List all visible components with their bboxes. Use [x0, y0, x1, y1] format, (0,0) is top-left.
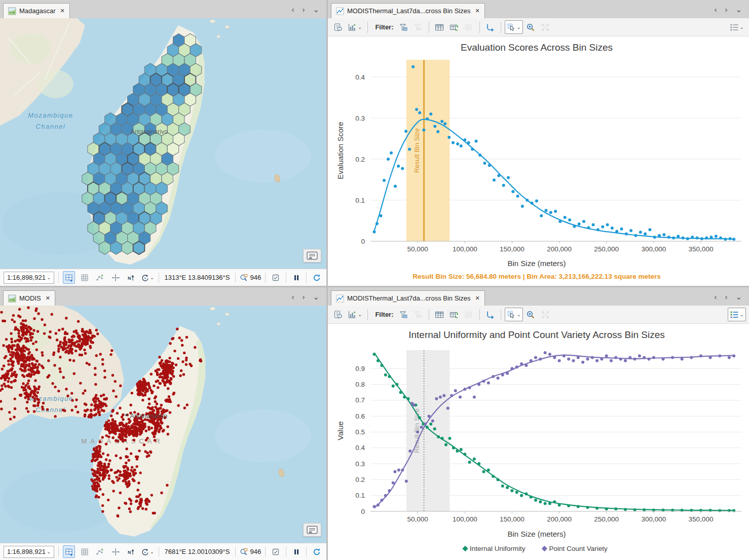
graticule-button[interactable]: [79, 545, 91, 558]
chart-uniformity-variety[interactable]: Internal Uniformity and Point Count Vari…: [328, 324, 749, 560]
svg-text:250,000: 250,000: [594, 515, 619, 523]
tab-scroll-right-icon[interactable]: ›: [302, 293, 305, 301]
overview-button[interactable]: [303, 249, 321, 263]
rotate-view-button[interactable]: ⌄: [141, 271, 155, 284]
edit-vertices-button[interactable]: [94, 271, 106, 284]
filter-by-extent-button[interactable]: [397, 308, 410, 321]
edit-vertices-button[interactable]: [94, 545, 106, 558]
close-icon[interactable]: ✕: [475, 295, 479, 302]
north-arrow-icon: N: [127, 274, 135, 282]
full-extent-button[interactable]: [539, 20, 552, 34]
chart-properties-button[interactable]: [331, 20, 345, 34]
map-view-madagascar[interactable]: MozambiqueChannelAntananarivo: [0, 18, 326, 269]
chart-title: Evaluation Scores Across Bin Sizes: [461, 42, 613, 53]
swap-axes-button[interactable]: [483, 308, 497, 321]
tab-scroll-right-icon[interactable]: ›: [725, 293, 727, 301]
panel-chart-uniformity: MODISThermal_Last7da...cross Bin Sizes ✕…: [328, 287, 749, 560]
basemap-madagascar-points[interactable]: MozambiqueChannelMADAGASCARAntananarivo: [0, 306, 326, 543]
tab-madagascar[interactable]: Madagascar ✕: [3, 3, 70, 18]
overview-icon: [307, 251, 318, 260]
tab-scroll-right-icon[interactable]: ›: [725, 6, 727, 13]
spatial-filter-button[interactable]: [270, 271, 282, 284]
refresh-map-button[interactable]: [311, 545, 323, 558]
clear-selection-button[interactable]: [462, 20, 476, 34]
svg-text:0: 0: [361, 508, 365, 515]
layout-panes-button[interactable]: [63, 545, 75, 558]
spatial-filter-button[interactable]: [270, 545, 282, 558]
statusbar-separator: [306, 547, 307, 557]
tab-scroll-left-icon[interactable]: ‹: [291, 6, 294, 13]
map-view-modis[interactable]: MozambiqueChannelMADAGASCARAntananarivo: [0, 306, 326, 543]
select-mode-button[interactable]: ⌄: [505, 308, 523, 321]
x-axis-label: Bin Size (meters): [507, 259, 566, 268]
zoom-to-selection-button[interactable]: 946: [240, 548, 261, 556]
mozambique-channel-label: Mozambique: [28, 111, 73, 119]
show-data-table-button[interactable]: [433, 308, 446, 321]
refresh-chart-button[interactable]: [447, 308, 461, 321]
rotate-view-button[interactable]: ⌄: [141, 545, 155, 558]
pause-drawing-button[interactable]: [290, 545, 303, 558]
y-axis-label: Evaluation Score: [336, 122, 345, 179]
tab-chart-evaluation[interactable]: MODISThermal_Last7da...cross Bin Sizes ✕: [331, 3, 485, 18]
show-data-table-button[interactable]: [433, 20, 446, 34]
filter-by-selection-button[interactable]: [411, 20, 425, 34]
tab-scroll-left-icon[interactable]: ‹: [714, 293, 717, 301]
tab-scroll-right-icon[interactable]: ›: [302, 6, 305, 13]
map-scale-select[interactable]: 1:16,898,921⌄: [4, 272, 54, 284]
close-icon[interactable]: ✕: [475, 8, 479, 14]
clear-selection-button[interactable]: [462, 308, 476, 321]
toolbar-separator: [479, 22, 480, 33]
tab-menu-icon[interactable]: ⌄: [735, 293, 742, 301]
filter-by-selection-button[interactable]: [411, 308, 425, 321]
zoom-to-selection-button[interactable]: 946: [240, 274, 261, 282]
series-list-button[interactable]: ⌄: [728, 20, 746, 34]
rotate-icon: [141, 548, 149, 556]
basemap-madagascar-hexbins[interactable]: MozambiqueChannelAntananarivo: [0, 18, 326, 269]
graticule-button[interactable]: [79, 271, 91, 284]
filter-by-extent-button[interactable]: [397, 20, 410, 34]
map-scale-select[interactable]: 1:16,898,921⌄: [4, 546, 54, 558]
statusbar-separator: [286, 273, 286, 283]
tab-menu-icon[interactable]: ⌄: [735, 6, 742, 13]
tab-modis[interactable]: MODIS ✕: [3, 290, 55, 306]
pause-drawing-button[interactable]: [290, 271, 303, 284]
tabbar: MODISThermal_Last7da...cross Bin Sizes ✕…: [328, 287, 749, 306]
refresh-map-button[interactable]: [311, 271, 323, 284]
series-list-button[interactable]: ⌄: [728, 308, 746, 321]
north-arrow-button[interactable]: N: [125, 271, 137, 284]
zoom-mode-button[interactable]: [524, 20, 538, 34]
tab-scroll-left-icon[interactable]: ‹: [291, 293, 294, 301]
crosshair-icon: [111, 548, 120, 556]
statusbar-separator: [306, 273, 307, 283]
layout-panes-button[interactable]: [63, 271, 75, 284]
select-mode-button[interactable]: ⌄: [505, 20, 523, 34]
arcgis-pro-view-grid: Madagascar ✕ ‹ › ⌄ MozambiqueChannelAnta…: [0, 0, 749, 560]
full-extent-button[interactable]: [539, 308, 552, 321]
swap-axes-button[interactable]: [483, 20, 497, 34]
result-bin-size-band-label: Result Bin Size: [413, 408, 421, 453]
crosshair-button[interactable]: [109, 271, 122, 284]
chart-type-button[interactable]: ⌄: [346, 20, 364, 34]
result-bin-size-band-label: Result Bin Size: [413, 128, 421, 173]
spatial-filter-icon: [272, 548, 280, 556]
close-icon[interactable]: ✕: [46, 295, 50, 302]
chart-evaluation-scores[interactable]: Evaluation Scores Across Bin SizesResult…: [328, 36, 749, 286]
chart-tab-icon: [336, 294, 344, 303]
swap-axes-icon: [485, 310, 495, 319]
map-tab-icon: [8, 7, 16, 15]
tab-menu-icon[interactable]: ⌄: [313, 6, 319, 13]
chart-type-button[interactable]: ⌄: [346, 308, 364, 321]
chart-properties-button[interactable]: [331, 308, 345, 321]
scale-value: 1:16,898,921: [7, 274, 46, 281]
tab-scroll-left-icon[interactable]: ‹: [714, 6, 717, 13]
chart-canvas[interactable]: Evaluation Scores Across Bin SizesResult…: [328, 36, 749, 286]
zoom-mode-button[interactable]: [524, 308, 538, 321]
tab-chart-uniformity[interactable]: MODISThermal_Last7da...cross Bin Sizes ✕: [331, 290, 485, 306]
refresh-chart-button[interactable]: [447, 20, 461, 34]
chart-canvas[interactable]: Internal Uniformity and Point Count Vari…: [328, 324, 749, 560]
north-arrow-button[interactable]: N: [125, 545, 137, 558]
tab-menu-icon[interactable]: ⌄: [313, 293, 319, 301]
crosshair-button[interactable]: [109, 545, 122, 558]
close-icon[interactable]: ✕: [60, 8, 65, 14]
overview-button[interactable]: [303, 523, 321, 537]
